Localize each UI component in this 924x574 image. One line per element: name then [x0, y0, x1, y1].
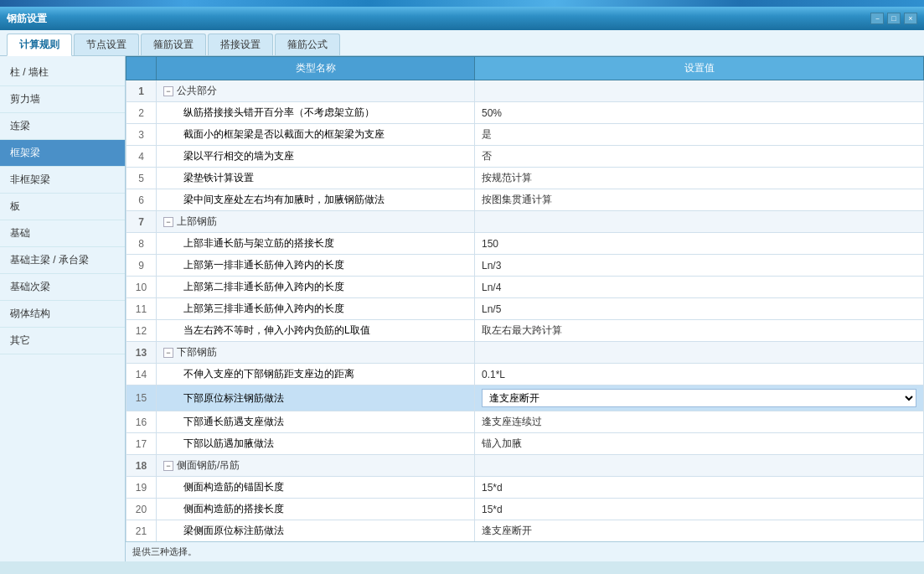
value-dropdown[interactable]: 逢支座断开逢支座连续过锚入加腋 — [482, 389, 916, 407]
table-row: 11 上部第三排非通长筋伸入跨内的长度 Ln/5 — [126, 298, 924, 320]
table-row: 7 －上部钢筋 — [126, 211, 924, 233]
table-row: 5 梁垫铁计算设置 按规范计算 — [126, 168, 924, 189]
row-value: 取左右最大跨计算 — [475, 320, 924, 342]
row-name: 纵筋搭接接头错开百分率（不考虑架立筋） — [157, 102, 475, 124]
row-name: 下部通长筋遇支座做法 — [157, 411, 475, 433]
row-value: 150 — [475, 233, 924, 255]
sidebar-item-beam[interactable]: 连梁 — [0, 113, 125, 140]
row-num: 14 — [126, 364, 157, 385]
row-value: Ln/3 — [475, 255, 924, 277]
window-controls: － □ × — [870, 13, 917, 24]
row-num: 15 — [126, 385, 157, 411]
table-row: 8 上部非通长筋与架立筋的搭接长度 150 — [126, 233, 924, 255]
tab-node[interactable]: 节点设置 — [74, 34, 139, 55]
row-num: 20 — [126, 499, 157, 520]
row-name: 侧面构造筋的搭接长度 — [157, 499, 475, 520]
row-value: 15*d — [475, 477, 924, 499]
tab-formula[interactable]: 箍筋公式 — [275, 34, 340, 55]
row-num: 5 — [126, 168, 157, 189]
title-bar: 钢筋设置 － □ × — [0, 7, 924, 30]
row-num: 4 — [126, 146, 157, 168]
row-name: 当左右跨不等时，伸入小跨内负筋的L取值 — [157, 320, 475, 342]
close-button[interactable]: × — [904, 13, 917, 24]
row-name: 上部第二排非通长筋伸入跨内的长度 — [157, 277, 475, 298]
table-row: 9 上部第一排非通长筋伸入跨内的长度 Ln/3 — [126, 255, 924, 277]
collapse-button[interactable]: － — [163, 461, 173, 471]
row-name: 不伸入支座的下部钢筋距支座边的距离 — [157, 364, 475, 385]
sidebar: 柱 / 墙柱剪力墙连梁框架梁非框架梁板基础基础主梁 / 承台梁基础次梁砌体结构其… — [0, 56, 126, 561]
table-container[interactable]: 类型名称 设置值 1 －公共部分 2 纵筋搭接接头错开百分率（不考虑架立筋） 5… — [126, 56, 924, 541]
row-value: 是 — [475, 124, 924, 146]
row-name: 梁中间支座处左右均有加腋时，加腋钢筋做法 — [157, 189, 475, 211]
tab-rebar[interactable]: 箍筋设置 — [141, 34, 206, 55]
sidebar-item-frame[interactable]: 框架梁 — [0, 140, 125, 167]
table-row: 6 梁中间支座处左右均有加腋时，加腋钢筋做法 按图集贯通计算 — [126, 189, 924, 211]
restore-button[interactable]: □ — [887, 13, 901, 24]
row-name: 梁垫铁计算设置 — [157, 168, 475, 189]
sidebar-item-nonframe[interactable]: 非框架梁 — [0, 167, 125, 194]
sidebar-item-masonry[interactable]: 砌体结构 — [0, 301, 125, 328]
table-row: 1 －公共部分 — [126, 80, 924, 102]
row-value — [475, 455, 924, 477]
collapse-button[interactable]: － — [163, 86, 173, 96]
row-value: 15*d — [475, 499, 924, 520]
row-num: 13 — [126, 342, 157, 364]
sidebar-item-basemain[interactable]: 基础主梁 / 承台梁 — [0, 247, 125, 274]
table-row: 12 当左右跨不等时，伸入小跨内负筋的L取值 取左右最大跨计算 — [126, 320, 924, 342]
row-value: 逢支座连续过 — [475, 411, 924, 433]
collapse-button[interactable]: － — [163, 348, 173, 358]
row-name: 梁侧面原位标注筋做法 — [157, 520, 475, 542]
table-row: 2 纵筋搭接接头错开百分率（不考虑架立筋） 50% — [126, 102, 924, 124]
title-text: 钢筋设置 — [7, 12, 47, 26]
content-area: 类型名称 设置值 1 －公共部分 2 纵筋搭接接头错开百分率（不考虑架立筋） 5… — [126, 56, 924, 561]
row-num: 16 — [126, 411, 157, 433]
row-value[interactable]: 逢支座断开逢支座连续过锚入加腋 — [475, 385, 924, 411]
row-name: 截面小的框架梁是否以截面大的框架梁为支座 — [157, 124, 475, 146]
sidebar-item-slab[interactable]: 板 — [0, 194, 125, 220]
minimize-button[interactable]: － — [870, 13, 884, 24]
row-name: 上部非通长筋与架立筋的搭接长度 — [157, 233, 475, 255]
sidebar-item-col[interactable]: 柱 / 墙柱 — [0, 59, 125, 86]
row-num: 10 — [126, 277, 157, 298]
row-num: 1 — [126, 80, 157, 102]
row-num: 12 — [126, 320, 157, 342]
table-row: 17 下部以筋遇加腋做法 锚入加腋 — [126, 433, 924, 455]
row-name: 上部第三排非通长筋伸入跨内的长度 — [157, 298, 475, 320]
row-num: 11 — [126, 298, 157, 320]
settings-table: 类型名称 设置值 1 －公共部分 2 纵筋搭接接头错开百分率（不考虑架立筋） 5… — [126, 56, 924, 541]
section-name: －公共部分 — [157, 80, 475, 102]
tab-calc[interactable]: 计算规则 — [7, 34, 72, 56]
sidebar-item-basesub[interactable]: 基础次梁 — [0, 274, 125, 301]
row-value: 否 — [475, 146, 924, 168]
table-row: 21 梁侧面原位标注筋做法 逢支座断开 — [126, 520, 924, 542]
col-header-value: 设置值 — [475, 57, 924, 80]
table-row: 3 截面小的框架梁是否以截面大的框架梁为支座 是 — [126, 124, 924, 146]
row-name: 梁以平行相交的墙为支座 — [157, 146, 475, 168]
row-value: 50% — [475, 102, 924, 124]
row-num: 3 — [126, 124, 157, 146]
sidebar-item-shear[interactable]: 剪力墙 — [0, 86, 125, 113]
row-value: Ln/5 — [475, 298, 924, 320]
row-num: 8 — [126, 233, 157, 255]
row-num: 18 — [126, 455, 157, 477]
row-value: 按规范计算 — [475, 168, 924, 189]
row-value: 0.1*L — [475, 364, 924, 385]
row-value — [475, 80, 924, 102]
row-num: 17 — [126, 433, 157, 455]
row-name: 上部第一排非通长筋伸入跨内的长度 — [157, 255, 475, 277]
table-row: 4 梁以平行相交的墙为支座 否 — [126, 146, 924, 168]
table-row[interactable]: 15 下部原位标注钢筋做法 逢支座断开逢支座连续过锚入加腋 — [126, 385, 924, 411]
wave-decoration — [0, 0, 924, 7]
section-name: －侧面钢筋/吊筋 — [157, 455, 475, 477]
row-value: 锚入加腋 — [475, 433, 924, 455]
sidebar-item-other[interactable]: 其它 — [0, 328, 125, 354]
sidebar-item-foundation[interactable]: 基础 — [0, 220, 125, 247]
row-num: 7 — [126, 211, 157, 233]
table-row: 18 －侧面钢筋/吊筋 — [126, 455, 924, 477]
row-num: 9 — [126, 255, 157, 277]
collapse-button[interactable]: － — [163, 217, 173, 227]
tab-splice[interactable]: 搭接设置 — [208, 34, 273, 55]
table-row: 10 上部第二排非通长筋伸入跨内的长度 Ln/4 — [126, 277, 924, 298]
col-header-name: 类型名称 — [157, 57, 475, 80]
table-row: 19 侧面构造筋的锚固长度 15*d — [126, 477, 924, 499]
